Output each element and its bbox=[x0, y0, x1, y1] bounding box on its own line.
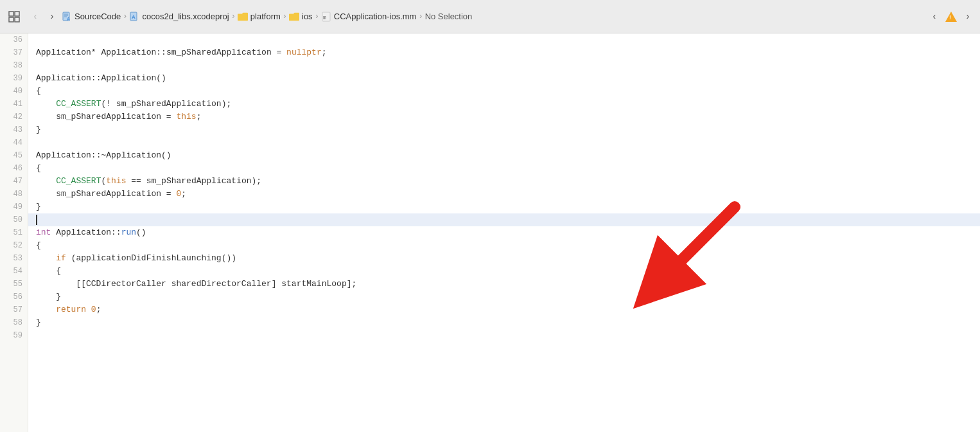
line-num-52: 52 bbox=[0, 239, 28, 252]
line-numbers: 3637383940414243444546474849505152535455… bbox=[0, 33, 28, 432]
code-line-53: if (applicationDidFinishLaunching()) bbox=[28, 252, 980, 265]
ios-folder-icon bbox=[289, 12, 299, 22]
svg-text:A: A bbox=[67, 17, 70, 21]
breadcrumb-mmfile-label: CCApplication-ios.mm bbox=[334, 12, 417, 21]
code-line-58: } bbox=[28, 316, 980, 329]
line-num-53: 53 bbox=[0, 252, 28, 265]
toolbar-back-button[interactable]: ‹ bbox=[927, 10, 941, 24]
line-num-39: 39 bbox=[0, 72, 28, 85]
sourcecode-icon: A bbox=[62, 12, 72, 22]
breadcrumb-sourcecode-label: SourceCode bbox=[74, 12, 121, 21]
code-line-42: sm_pSharedApplication = this; bbox=[28, 111, 980, 123]
breadcrumb-ios-label: ios bbox=[302, 12, 313, 21]
toolbar: ‹ › A SourceCode › A bbox=[0, 0, 980, 33]
svg-rect-1 bbox=[15, 12, 19, 16]
code-line-44 bbox=[28, 136, 980, 149]
line-num-36: 36 bbox=[0, 33, 28, 46]
breadcrumb-sourcecode[interactable]: A SourceCode bbox=[62, 12, 121, 22]
code-line-40: { bbox=[28, 85, 980, 98]
line-num-57: 57 bbox=[0, 303, 28, 316]
breadcrumb: A SourceCode › A cocos2d_libs.xcodeproj … bbox=[62, 12, 925, 22]
grid-icon[interactable] bbox=[5, 8, 23, 26]
code-line-41: CC_ASSERT(! sm_pSharedApplication); bbox=[28, 98, 980, 111]
svg-rect-0 bbox=[9, 12, 13, 16]
code-editor[interactable]: 3637383940414243444546474849505152535455… bbox=[0, 33, 980, 432]
sep-2: › bbox=[231, 12, 236, 21]
line-num-55: 55 bbox=[0, 278, 28, 291]
line-num-45: 45 bbox=[0, 149, 28, 162]
breadcrumb-xcodeproj-label: cocos2d_libs.xcodeproj bbox=[142, 12, 229, 21]
platform-folder-icon bbox=[238, 12, 248, 22]
line-num-40: 40 bbox=[0, 85, 28, 98]
code-line-45: Application::~Application() bbox=[28, 149, 980, 162]
line-num-48: 48 bbox=[0, 188, 28, 201]
svg-text:A: A bbox=[132, 14, 136, 20]
line-num-51: 51 bbox=[0, 226, 28, 239]
breadcrumb-xcodeproj[interactable]: A cocos2d_libs.xcodeproj bbox=[129, 12, 229, 22]
code-line-54: { bbox=[28, 265, 980, 278]
line-num-49: 49 bbox=[0, 201, 28, 213]
breadcrumb-no-selection[interactable]: No Selection bbox=[425, 12, 473, 21]
xcodeproj-icon: A bbox=[129, 12, 139, 22]
code-line-43: } bbox=[28, 123, 980, 136]
line-num-47: 47 bbox=[0, 175, 28, 188]
line-num-41: 41 bbox=[0, 98, 28, 111]
no-selection-label: No Selection bbox=[425, 12, 473, 21]
breadcrumb-ios[interactable]: ios bbox=[289, 12, 313, 22]
breadcrumb-platform[interactable]: platform bbox=[238, 12, 281, 22]
line-num-43: 43 bbox=[0, 123, 28, 136]
line-num-37: 37 bbox=[0, 46, 28, 59]
code-line-51: int Application::run() bbox=[28, 226, 980, 239]
code-line-36 bbox=[28, 33, 980, 46]
back-button[interactable]: ‹ bbox=[28, 10, 42, 24]
line-num-44: 44 bbox=[0, 136, 28, 149]
forward-button[interactable]: › bbox=[45, 10, 59, 24]
line-num-46: 46 bbox=[0, 162, 28, 175]
code-line-52: { bbox=[28, 239, 980, 252]
code-line-39: Application::Application() bbox=[28, 72, 980, 85]
code-line-49: } bbox=[28, 201, 980, 213]
line-num-38: 38 bbox=[0, 59, 28, 72]
line-num-50: 50 bbox=[0, 213, 28, 226]
svg-text:m: m bbox=[323, 15, 326, 21]
sep-4: › bbox=[315, 12, 319, 21]
code-line-37: Application* Application::sm_pSharedAppl… bbox=[28, 46, 980, 59]
code-line-50 bbox=[28, 213, 980, 226]
sep-5: › bbox=[418, 12, 423, 21]
text-cursor bbox=[36, 215, 37, 225]
code-line-55: [[CCDirectorCaller sharedDirectorCaller]… bbox=[28, 278, 980, 291]
warning-icon[interactable] bbox=[945, 12, 957, 22]
line-num-54: 54 bbox=[0, 265, 28, 278]
line-num-58: 58 bbox=[0, 316, 28, 329]
breadcrumb-platform-label: platform bbox=[250, 12, 281, 21]
sep-3: › bbox=[283, 12, 287, 21]
sep-1: › bbox=[123, 12, 127, 21]
line-num-59: 59 bbox=[0, 329, 28, 342]
toolbar-forward-button[interactable]: › bbox=[961, 10, 975, 24]
code-line-48: sm_pSharedApplication = 0; bbox=[28, 188, 980, 201]
mmfile-icon: m bbox=[321, 12, 331, 22]
code-line-57: return 0; bbox=[28, 303, 980, 316]
code-line-46: { bbox=[28, 162, 980, 175]
code-area[interactable]: Application* Application::sm_pSharedAppl… bbox=[28, 33, 980, 432]
toolbar-right: ‹ › bbox=[927, 10, 975, 24]
code-line-47: CC_ASSERT(this == sm_pSharedApplication)… bbox=[28, 175, 980, 188]
code-line-38 bbox=[28, 59, 980, 72]
line-num-56: 56 bbox=[0, 291, 28, 303]
code-line-59 bbox=[28, 329, 980, 342]
code-line-56: } bbox=[28, 291, 980, 303]
breadcrumb-mmfile[interactable]: m CCApplication-ios.mm bbox=[321, 12, 417, 22]
svg-rect-2 bbox=[9, 17, 13, 22]
svg-rect-3 bbox=[15, 17, 19, 22]
line-num-42: 42 bbox=[0, 111, 28, 123]
